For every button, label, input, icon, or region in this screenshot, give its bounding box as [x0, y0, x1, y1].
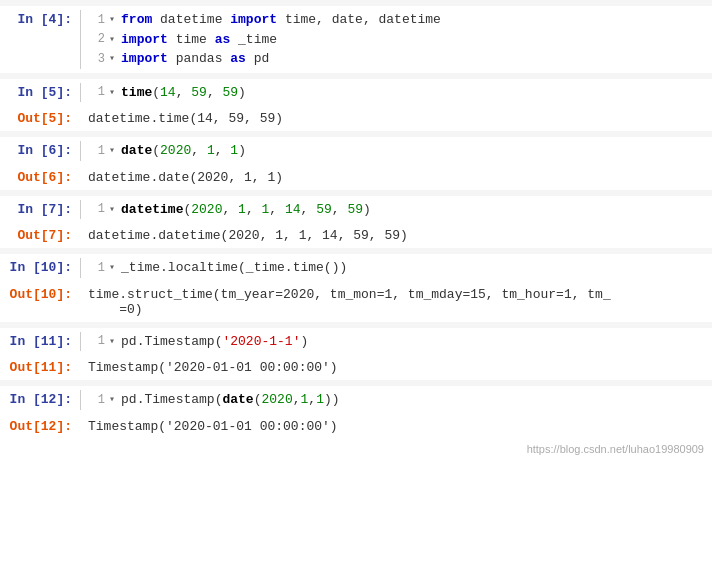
- in-label-3: In [7]:: [0, 200, 80, 217]
- dropdown-arrow[interactable]: ▾: [109, 32, 115, 47]
- dropdown-arrow[interactable]: ▾: [109, 85, 115, 100]
- in-label-4: In [10]:: [0, 258, 80, 275]
- code-area-6: 1▾pd.Timestamp(date(2020,1,1)): [80, 390, 340, 410]
- out-label-1: Out[5]:: [0, 109, 80, 126]
- out-label-2: Out[6]:: [0, 168, 80, 185]
- dropdown-arrow[interactable]: ▾: [109, 143, 115, 158]
- out-content-3: datetime.datetime(2020, 1, 1, 14, 59, 59…: [80, 226, 712, 245]
- out-label-4: Out[10]:: [0, 285, 80, 302]
- code-line-4-0: 1▾_time.localtime(_time.time()): [89, 258, 347, 278]
- cell-output-4: Out[10]:time.struct_time(tm_year=2020, t…: [0, 282, 712, 322]
- in-label-1: In [5]:: [0, 83, 80, 100]
- cell-input-3: In [7]:1▾datetime(2020, 1, 1, 14, 59, 59…: [0, 196, 712, 224]
- code-line-0-2: 3▾import pandas as pd: [89, 49, 441, 69]
- code-area-5: 1▾pd.Timestamp('2020-1-1'): [80, 332, 308, 352]
- cell-output-1: Out[5]:datetime.time(14, 59, 59): [0, 106, 712, 131]
- cell-output-3: Out[7]:datetime.datetime(2020, 1, 1, 14,…: [0, 223, 712, 248]
- out-label-6: Out[12]:: [0, 417, 80, 434]
- cell-input-0: In [4]:1▾from datetime import time, date…: [0, 6, 712, 73]
- code-line-0-1: 2▾import time as _time: [89, 30, 441, 50]
- cell-input-5: In [11]:1▾pd.Timestamp('2020-1-1'): [0, 328, 712, 356]
- dropdown-arrow[interactable]: ▾: [109, 392, 115, 407]
- code-line-3-0: 1▾datetime(2020, 1, 1, 14, 59, 59): [89, 200, 371, 220]
- in-label-2: In [6]:: [0, 141, 80, 158]
- cell-input-2: In [6]:1▾date(2020, 1, 1): [0, 137, 712, 165]
- code-area-4: 1▾_time.localtime(_time.time()): [80, 258, 347, 278]
- cell-output-2: Out[6]:datetime.date(2020, 1, 1): [0, 165, 712, 190]
- code-area-2: 1▾date(2020, 1, 1): [80, 141, 246, 161]
- out-content-6: Timestamp('2020-01-01 00:00:00'): [80, 417, 712, 436]
- in-label-6: In [12]:: [0, 390, 80, 407]
- out-content-4: time.struct_time(tm_year=2020, tm_mon=1,…: [80, 285, 712, 319]
- cell-input-1: In [5]:1▾time(14, 59, 59): [0, 79, 712, 107]
- dropdown-arrow[interactable]: ▾: [109, 51, 115, 66]
- code-line-1-0: 1▾time(14, 59, 59): [89, 83, 246, 103]
- code-area-3: 1▾datetime(2020, 1, 1, 14, 59, 59): [80, 200, 371, 220]
- cell-output-6: Out[12]:Timestamp('2020-01-01 00:00:00'): [0, 414, 712, 439]
- out-content-1: datetime.time(14, 59, 59): [80, 109, 712, 128]
- code-line-2-0: 1▾date(2020, 1, 1): [89, 141, 246, 161]
- code-line-6-0: 1▾pd.Timestamp(date(2020,1,1)): [89, 390, 340, 410]
- code-line-0-0: 1▾from datetime import time, date, datet…: [89, 10, 441, 30]
- out-content-2: datetime.date(2020, 1, 1): [80, 168, 712, 187]
- in-label-0: In [4]:: [0, 10, 80, 27]
- code-area-0: 1▾from datetime import time, date, datet…: [80, 10, 441, 69]
- dropdown-arrow[interactable]: ▾: [109, 12, 115, 27]
- dropdown-arrow[interactable]: ▾: [109, 260, 115, 275]
- code-area-1: 1▾time(14, 59, 59): [80, 83, 246, 103]
- watermark: https://blog.csdn.net/luhao19980909: [0, 439, 712, 459]
- out-label-3: Out[7]:: [0, 226, 80, 243]
- cell-input-4: In [10]:1▾_time.localtime(_time.time()): [0, 254, 712, 282]
- cell-output-5: Out[11]:Timestamp('2020-01-01 00:00:00'): [0, 355, 712, 380]
- dropdown-arrow[interactable]: ▾: [109, 202, 115, 217]
- dropdown-arrow[interactable]: ▾: [109, 334, 115, 349]
- code-line-5-0: 1▾pd.Timestamp('2020-1-1'): [89, 332, 308, 352]
- cell-input-6: In [12]:1▾pd.Timestamp(date(2020,1,1)): [0, 386, 712, 414]
- out-label-5: Out[11]:: [0, 358, 80, 375]
- notebook: In [4]:1▾from datetime import time, date…: [0, 0, 712, 439]
- in-label-5: In [11]:: [0, 332, 80, 349]
- out-content-5: Timestamp('2020-01-01 00:00:00'): [80, 358, 712, 377]
